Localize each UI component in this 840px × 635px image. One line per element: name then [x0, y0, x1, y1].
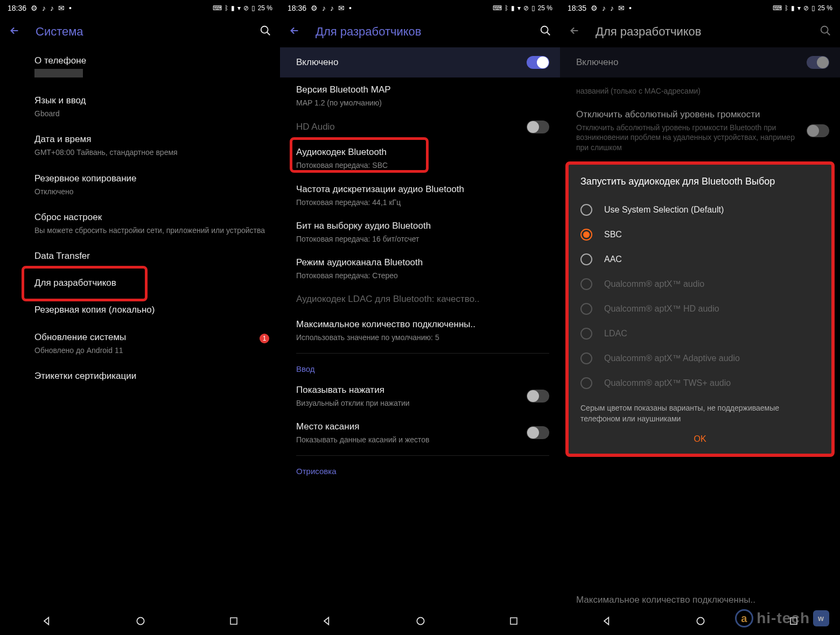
music-icon: ♪	[50, 4, 54, 12]
nav-bar	[280, 609, 560, 635]
nosim-icon: ⊘	[803, 4, 809, 12]
radio-option[interactable]: SBC	[580, 222, 820, 247]
screen-system: 18:36 ⚙ ♪ ♪ ✉ • ⌨ ᛒ ▮ ▾ ⊘ ▯ 25 % Система…	[0, 0, 280, 635]
status-bar: 18:35 ⚙ ♪ ♪ ✉ • ⌨ ᛒ ▮ ▾ ⊘ ▯ 25 %	[560, 0, 840, 16]
master-toggle-row[interactable]: Включено	[280, 47, 560, 77]
switch-off[interactable]	[527, 426, 549, 439]
switch-off[interactable]	[527, 390, 549, 403]
radio-icon[interactable]	[580, 253, 592, 265]
back-icon[interactable]	[289, 25, 300, 39]
watermark-a-icon: a	[735, 609, 753, 627]
nav-recent-icon[interactable]	[509, 616, 519, 628]
mail-icon: ✉	[338, 4, 345, 12]
item-pointer-location[interactable]: Место касания Показывать данные касаний …	[280, 414, 560, 451]
status-bar: 18:36 ⚙ ♪ ♪ ✉ • ⌨ ᛒ ▮ ▾ ⊘ ▯ 25 %	[0, 0, 280, 16]
item-local-backup[interactable]: Резервная копия (локально)	[34, 297, 271, 323]
item-cert-labels[interactable]: Этикетки сертификации	[34, 363, 271, 390]
item-system-update[interactable]: Обновление системы Обновлено до Android …	[34, 324, 271, 363]
item-title: Режим аудиоканала Bluetooth	[296, 257, 549, 269]
battery-icon: ▯	[811, 4, 815, 12]
item-date-time[interactable]: Дата и время GMT+08:00 Тайвань, стандарт…	[34, 126, 271, 165]
music-icon: ♪	[610, 4, 614, 12]
item-backup[interactable]: Резервное копирование Отключено	[34, 165, 271, 204]
page-title: Для разработчиков	[596, 25, 820, 39]
search-icon[interactable]	[820, 25, 831, 39]
item-subtitle: Обновлено до Android 11	[34, 345, 271, 355]
item-bt-sample-rate[interactable]: Частота дискретизации аудио Bluetooth По…	[280, 177, 560, 214]
section-header-drawing: Отрисовка	[280, 456, 560, 480]
radio-list: Use System Selection (Default)SBCAACQual…	[580, 197, 820, 396]
nav-home-icon[interactable]	[695, 616, 706, 629]
switch-on	[807, 56, 829, 69]
switch-off[interactable]	[527, 121, 549, 133]
dialog-title: Запустить аудиокодек для Bluetooth Выбор	[580, 175, 820, 188]
item-bt-channel[interactable]: Режим аудиоканала Bluetooth Потоковая пе…	[280, 250, 560, 287]
item-show-taps[interactable]: Показывать нажатия Визуальный отклик при…	[280, 378, 560, 414]
item-title: Аудиокодек Bluetooth	[296, 146, 549, 158]
nav-home-icon[interactable]	[135, 616, 146, 629]
item-bt-ldac[interactable]: Аудиокодек LDAC для Bluetooth: качество.…	[280, 287, 560, 312]
item-about-phone[interactable]: О телефоне	[34, 47, 271, 87]
screen-codec-dialog: 18:35 ⚙ ♪ ♪ ✉ • ⌨ ᛒ ▮ ▾ ⊘ ▯ 25 % Для раз…	[560, 0, 840, 635]
item-bt-max-conn[interactable]: Максимальное количество подключенны.. Ис…	[280, 312, 560, 349]
back-icon[interactable]	[569, 25, 580, 39]
radio-icon[interactable]	[580, 204, 592, 216]
svg-point-4	[417, 617, 424, 624]
item-title: Аудиокодек LDAC для Bluetooth: качество.…	[296, 293, 549, 305]
radio-icon	[580, 377, 592, 389]
item-title: Обновление системы	[34, 331, 271, 343]
radio-icon[interactable]	[580, 229, 592, 241]
nav-back-icon[interactable]	[321, 616, 332, 629]
radio-option: LDAC	[580, 321, 820, 346]
item-subtitle: Вы можете сбросить настройки сети, прило…	[34, 225, 271, 235]
nav-home-icon[interactable]	[415, 616, 426, 629]
item-bt-codec[interactable]: Аудиокодек Bluetooth Потоковая передача:…	[280, 140, 560, 177]
radio-option: Qualcomm® aptX™ Adaptive audio	[580, 346, 820, 371]
radio-option[interactable]: AAC	[580, 247, 820, 272]
item-title: Язык и ввод	[34, 95, 271, 107]
ok-button[interactable]: OK	[580, 425, 820, 446]
radio-option[interactable]: Use System Selection (Default)	[580, 197, 820, 222]
watermark: a hi-tech w	[735, 609, 829, 627]
codec-dialog: Запустить аудиокодек для Bluetooth Выбор…	[565, 161, 835, 457]
item-bt-map[interactable]: Версия Bluetooth MAP MAP 1.2 (по умолчан…	[280, 77, 560, 114]
keyboard-icon: ⌨	[493, 4, 502, 12]
nav-back-icon[interactable]	[41, 616, 52, 629]
radio-icon	[580, 278, 592, 290]
search-icon[interactable]	[260, 25, 271, 39]
search-icon[interactable]	[540, 25, 551, 39]
status-time: 18:36	[8, 4, 26, 12]
svg-point-1	[137, 617, 144, 624]
dot-icon: •	[69, 4, 72, 12]
nav-back-icon[interactable]	[601, 616, 612, 629]
item-language-input[interactable]: Язык и ввод Gboard	[34, 87, 271, 126]
notification-badge: 1	[260, 334, 269, 343]
screen-developer-options: 18:36 ⚙ ♪ ♪ ✉ • ⌨ ᛒ ▮ ▾ ⊘ ▯ 25 % Для раз…	[280, 0, 560, 635]
item-developer-options[interactable]: Для разработчиков	[34, 270, 271, 297]
item-data-transfer[interactable]: Data Transfer	[34, 243, 271, 270]
wifi-icon: ▾	[517, 4, 521, 12]
switch-on[interactable]	[527, 56, 549, 69]
header: Для разработчиков	[280, 16, 560, 47]
music-icon: ♪	[42, 4, 46, 12]
radio-icon	[580, 303, 592, 315]
item-subtitle: Потоковая передача: 16 бит/отсчет	[296, 234, 549, 244]
item-bt-bits[interactable]: Бит на выборку аудио Bluetooth Потоковая…	[280, 214, 560, 250]
item-title: HD Audio	[296, 121, 520, 133]
radio-label: Qualcomm® aptX™ TWS+ audio	[604, 378, 731, 388]
header: Система	[0, 16, 280, 47]
item-subtitle: Отключено	[34, 187, 271, 196]
music-icon: ♪	[330, 4, 334, 12]
item-hd-audio[interactable]: HD Audio	[280, 114, 560, 140]
item-subtitle: Отключить абсолютный уровень громкости B…	[576, 123, 800, 152]
switch-off	[807, 124, 829, 137]
radio-icon	[580, 352, 592, 364]
item-subtitle: Показывать данные касаний и жестов	[296, 435, 520, 444]
item-reset[interactable]: Сброс настроек Вы можете сбросить настро…	[34, 204, 271, 243]
settings-list: О телефоне Язык и ввод Gboard Дата и вре…	[0, 47, 280, 609]
back-icon[interactable]	[9, 25, 20, 39]
mail-icon: ✉	[618, 4, 625, 12]
item-subtitle: названий (только с MAC-адресами)	[576, 86, 829, 96]
master-toggle-row: Включено	[560, 47, 840, 77]
nav-recent-icon[interactable]	[229, 616, 239, 628]
